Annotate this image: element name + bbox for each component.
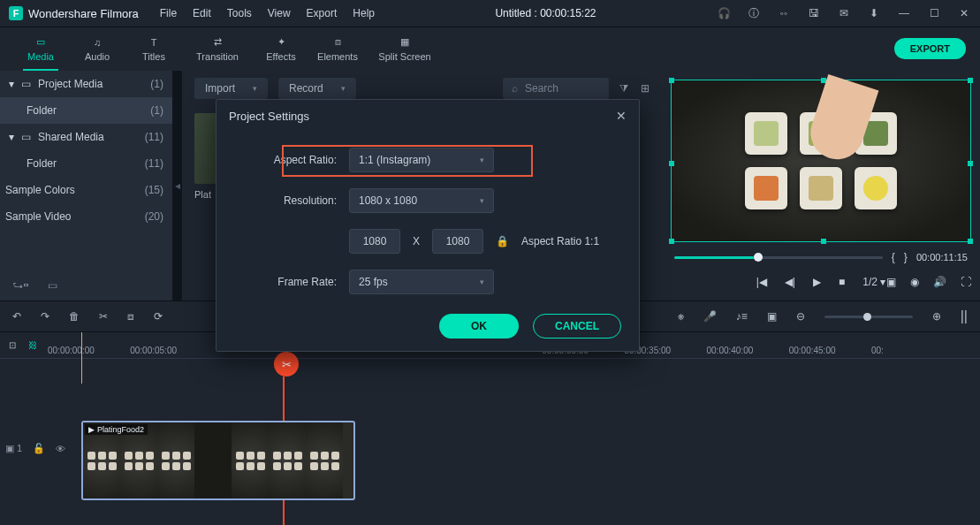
mark-out-icon[interactable]: } xyxy=(904,251,908,263)
stop-icon[interactable]: ■ xyxy=(839,276,845,288)
sidebar-folder-2[interactable]: Folder (11) xyxy=(0,150,172,177)
mixer-icon[interactable]: ♪≡ xyxy=(736,310,748,323)
preview-panel: { } 00:00:11:15 |◀ ◀| ▶ ■ 1/2 ▾ ▣ ◉ 🔊 ⛶ xyxy=(662,71,980,301)
search-icon: ⌕ xyxy=(512,82,518,95)
close-icon[interactable]: ✕ xyxy=(957,7,971,19)
speed-icon[interactable]: ⟳ xyxy=(154,310,163,323)
height-input[interactable]: 1080 xyxy=(432,229,483,254)
menu-tools[interactable]: Tools xyxy=(227,7,252,19)
menu-help[interactable]: Help xyxy=(353,7,375,19)
menu-view[interactable]: View xyxy=(268,7,291,19)
zoom-out-icon[interactable]: ⊖ xyxy=(796,310,805,323)
sidebar-sample-video[interactable]: Sample Video (20) xyxy=(0,203,172,230)
volume-icon[interactable]: 🔊 xyxy=(933,276,946,288)
chevron-down-icon: ▾ xyxy=(480,278,484,286)
step-back-icon[interactable]: ◀| xyxy=(785,276,795,288)
undo-icon[interactable]: ↶ xyxy=(12,310,21,323)
ok-button[interactable]: OK xyxy=(439,314,519,339)
aspect-ratio-dropdown[interactable]: 1:1 (Instagram)▾ xyxy=(349,148,494,172)
crop-icon[interactable]: ⧈ xyxy=(127,310,134,323)
tab-audio[interactable]: ♫Audio xyxy=(69,37,125,62)
chevron-down-icon: ▾ xyxy=(341,84,346,93)
marker-icon[interactable]: ⎈ xyxy=(678,310,684,323)
menu-export[interactable]: Export xyxy=(307,7,338,19)
splitter-handle[interactable]: ◂ xyxy=(173,71,182,301)
timeline-clip[interactable]: ▶PlatingFood2 xyxy=(81,421,355,500)
folder-icon: ▭ xyxy=(21,78,31,90)
prev-frame-icon[interactable]: |◀ xyxy=(756,276,767,288)
shapes-icon: ⧈ xyxy=(335,36,341,48)
message-icon[interactable]: ✉ xyxy=(837,7,851,19)
new-folder-icon[interactable]: ⮑▭ xyxy=(12,279,28,292)
track-header: ▣ 1 🔓 👁 xyxy=(5,443,65,454)
account-icon[interactable]: ◦◦ xyxy=(777,7,791,19)
menu-file[interactable]: File xyxy=(160,7,177,19)
chevron-down-icon: ▾ xyxy=(480,196,484,205)
timeline: ⊡ ⛓ 00:00:00:00 00:00:05:00 00:00:30:00 … xyxy=(0,332,980,525)
music-icon: ♫ xyxy=(94,37,101,48)
tab-splitscreen[interactable]: ▦Split Screen xyxy=(366,36,444,62)
voiceover-icon[interactable]: 🎤 xyxy=(703,310,717,323)
x-label: X xyxy=(413,235,420,247)
preview-time-slider[interactable]: { } 00:00:11:15 xyxy=(671,247,971,267)
cancel-button[interactable]: CANCEL xyxy=(533,314,621,339)
maximize-icon[interactable]: ☐ xyxy=(927,7,941,19)
sidebar-project-media[interactable]: ▾ ▭ Project Media (1) xyxy=(0,71,172,97)
chevron-down-icon: ▾ xyxy=(480,156,484,164)
redo-icon[interactable]: ↷ xyxy=(41,310,49,323)
chevron-down-icon: ▾ xyxy=(9,78,14,90)
filter-icon[interactable]: ⧩ xyxy=(619,82,628,95)
tab-transition[interactable]: ⇄Transition xyxy=(182,36,253,62)
play-icon[interactable]: ▶ xyxy=(813,276,821,288)
delete-icon[interactable]: 🗑 xyxy=(69,310,80,323)
zoom-select[interactable]: 1/2 ▾ xyxy=(862,276,885,288)
eye-icon[interactable]: 👁 xyxy=(56,444,65,454)
media-sidebar: ▾ ▭ Project Media (1) Folder (1) ▾ ▭ Sha… xyxy=(0,71,173,301)
tab-effects[interactable]: ✦Effects xyxy=(253,36,309,62)
zoom-slider[interactable] xyxy=(824,316,913,318)
record-dropdown[interactable]: Record▾ xyxy=(278,78,356,99)
tab-elements[interactable]: ⧈Elements xyxy=(309,36,366,62)
zoom-fit-icon[interactable]: || xyxy=(961,308,968,324)
preview-canvas[interactable] xyxy=(671,80,971,242)
preview-controls: |◀ ◀| ▶ ■ 1/2 ▾ ▣ ◉ 🔊 ⛶ xyxy=(671,269,971,295)
export-button[interactable]: EXPORT xyxy=(894,38,966,59)
sidebar-sample-colors[interactable]: Sample Colors (15) xyxy=(0,177,172,203)
tab-titles[interactable]: TTitles xyxy=(125,37,182,62)
width-input[interactable]: 1080 xyxy=(349,229,400,254)
aspect-ratio-label: Aspect Ratio: xyxy=(245,154,337,166)
track-area[interactable]: ✂ ▣ 1 🔓 👁 ▶PlatingFood2 xyxy=(0,359,980,525)
search-input[interactable]: ⌕Search xyxy=(503,78,609,99)
lock-icon[interactable]: 🔒 xyxy=(496,235,509,247)
sidebar-folder-1[interactable]: Folder (1) xyxy=(0,97,172,124)
lock-track-icon[interactable]: 🔓 xyxy=(33,443,45,454)
link-icon[interactable]: ⛓ xyxy=(28,340,37,350)
record-track-icon[interactable]: ⊡ xyxy=(9,340,16,350)
framerate-dropdown[interactable]: 25 fps▾ xyxy=(349,270,494,294)
info-icon[interactable]: ⓘ xyxy=(747,6,761,21)
minimize-icon[interactable]: — xyxy=(897,7,911,19)
import-dropdown[interactable]: Import▾ xyxy=(194,78,268,99)
visibility-icon[interactable]: ▣ 1 xyxy=(5,443,22,454)
save-icon[interactable]: 🖫 xyxy=(807,7,821,19)
tab-media[interactable]: ▭ Media xyxy=(12,36,69,62)
sidebar-shared-media[interactable]: ▾ ▭ Shared Media (11) xyxy=(0,124,172,150)
render-icon[interactable]: ▣ xyxy=(767,310,777,323)
dialog-close-icon[interactable]: ✕ xyxy=(616,109,627,123)
playhead-scissor-icon[interactable]: ✂ xyxy=(274,352,299,377)
headphones-icon[interactable]: 🎧 xyxy=(717,7,731,19)
text-icon: T xyxy=(151,37,157,48)
quality-icon[interactable]: ▣ xyxy=(886,276,896,288)
download-icon[interactable]: ⬇ xyxy=(867,7,881,19)
folder-outline-icon[interactable]: ▭ xyxy=(48,279,57,292)
mark-in-icon[interactable]: { xyxy=(892,251,895,263)
zoom-in-icon[interactable]: ⊕ xyxy=(932,310,941,323)
resolution-dropdown[interactable]: 1080 x 1080▾ xyxy=(349,188,494,213)
fullscreen-icon[interactable]: ⛶ xyxy=(961,276,971,288)
cut-icon[interactable]: ✂ xyxy=(99,310,108,323)
snapshot-icon[interactable]: ◉ xyxy=(910,276,919,288)
menu-edit[interactable]: Edit xyxy=(193,7,211,19)
dialog-title: Project Settings xyxy=(229,110,309,123)
framerate-label: Frame Rate: xyxy=(245,276,337,288)
grid-view-icon[interactable]: ⊞ xyxy=(641,82,650,95)
